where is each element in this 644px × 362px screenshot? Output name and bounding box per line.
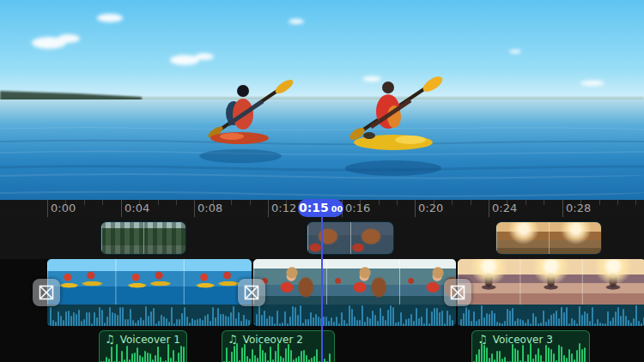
voiceover-clip-2[interactable]: ♫ Voiceover 2 — [222, 330, 335, 362]
voiceover-clip-3[interactable]: ♫ Voiceover 3 — [471, 330, 590, 362]
woman-dog-thumbnails — [253, 259, 456, 305]
forest-thumbnails — [101, 222, 185, 254]
transition-icon[interactable] — [444, 279, 471, 306]
kayak-thumbnails — [47, 259, 252, 305]
sky — [0, 0, 644, 100]
voiceover-clip-1[interactable]: ♫ Voiceover 1 — [99, 330, 187, 362]
water — [0, 100, 644, 200]
ruler-label: 0:12 — [271, 202, 296, 214]
ruler-label: 0:00 — [51, 202, 76, 214]
preview-frame — [0, 0, 644, 200]
crossfade-icon — [244, 285, 259, 300]
sunset-thumbnails — [458, 259, 644, 305]
ruler-label: 0:28 — [566, 202, 591, 214]
crossfade-icon — [450, 285, 465, 300]
ruler-label: 0:04 — [125, 202, 149, 214]
music-note-icon: ♫ — [105, 333, 115, 346]
video-clip-sunset[interactable] — [458, 259, 644, 326]
playhead-frames: 00 — [331, 202, 343, 217]
voiceover-label: Voiceover 3 — [493, 334, 553, 346]
ruler-label: 0:16 — [345, 202, 370, 214]
dog-thumbnails — [307, 222, 393, 254]
overlay-clip-autumn[interactable] — [496, 222, 601, 254]
audio-waveform — [47, 305, 252, 326]
voiceover-label: Voiceover 1 — [120, 334, 180, 346]
ruler-tick — [415, 200, 416, 217]
ruler-tick — [268, 200, 269, 217]
ruler-label: 0:24 — [492, 202, 517, 214]
crossfade-icon — [39, 285, 54, 300]
ruler-tick — [47, 200, 48, 217]
playhead-time-badge[interactable]: 0:15 00 — [298, 199, 343, 217]
ruler-tick — [489, 200, 489, 217]
transition-icon[interactable] — [238, 279, 265, 306]
autumn-thumbnails — [496, 222, 601, 254]
audio-waveform — [253, 305, 456, 326]
playhead-line[interactable] — [321, 216, 323, 362]
ruler-label: 0:08 — [197, 202, 222, 214]
timeline[interactable]: 0:00 0:04 0:08 0:12 0:16 0:20 0:24 0:28 — [0, 200, 644, 362]
ruler-tick — [194, 200, 195, 217]
video-clip-woman-dog[interactable] — [253, 259, 456, 326]
overlay-clip-forest[interactable] — [101, 222, 185, 254]
video-clip-kayaking[interactable] — [47, 259, 252, 326]
video-editor: { "preview": { "label": "video-preview" … — [0, 0, 644, 362]
transition-icon[interactable] — [33, 279, 60, 306]
audio-waveform — [458, 305, 644, 326]
playhead-time: 0:15 — [299, 200, 329, 215]
music-note-icon: ♫ — [477, 333, 488, 346]
overlay-clip-dogs[interactable] — [307, 222, 393, 254]
video-preview — [0, 0, 644, 200]
music-note-icon: ♫ — [228, 333, 238, 346]
ruler-tick — [562, 200, 563, 217]
ruler-label: 0:20 — [418, 202, 443, 214]
ruler-tick — [121, 200, 122, 217]
voiceover-label: Voiceover 2 — [243, 334, 303, 346]
